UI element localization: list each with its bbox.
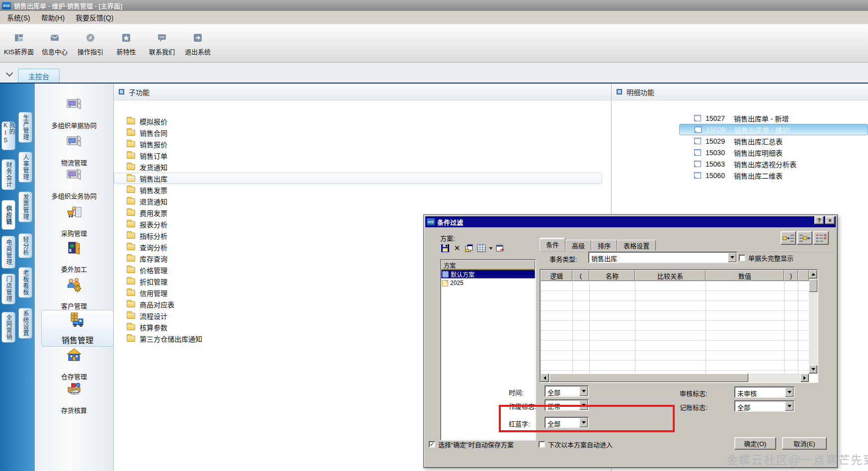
nav-tab-finance[interactable]: 财务会计 (1, 159, 15, 190)
scroll-thumb[interactable] (809, 279, 817, 292)
guide-button[interactable]: 操作指引 (73, 29, 108, 60)
nav-tab-ecommerce[interactable]: 电商管理 (1, 236, 15, 269)
auto-save-checkbox[interactable]: ✓ 选择“确定”时自动保存方案 (429, 440, 514, 449)
import-scheme-icon[interactable] (464, 243, 474, 253)
chevron-down-icon[interactable] (4, 70, 16, 80)
delete-scheme-icon[interactable]: ✕ (453, 244, 462, 253)
col-name[interactable]: 名称 (589, 270, 635, 281)
col-open-paren[interactable]: ( (572, 270, 589, 281)
col-close-paren[interactable]: ) (784, 270, 798, 281)
post-flag-select[interactable]: 全部 (734, 400, 794, 412)
detail-item[interactable]: 15060销售出库二维表 (679, 170, 868, 181)
module-purchase[interactable]: 采购管理 (35, 204, 113, 238)
audit-flag-select[interactable]: 未审核 (734, 386, 794, 398)
scroll-right-icon[interactable] (800, 374, 809, 382)
cancel-button[interactable]: 取消(E) (782, 437, 827, 450)
vertical-scrollbar[interactable] (809, 270, 817, 374)
module-customer[interactable]: 客户管理 (35, 277, 113, 310)
checkbox-checked[interactable]: ✓ (429, 441, 435, 448)
inventory-icon (66, 381, 82, 400)
chevron-down-icon[interactable] (785, 387, 793, 397)
share-scheme-icon[interactable] (495, 243, 505, 253)
condition-list-icon[interactable] (813, 231, 829, 245)
transaction-type-select[interactable]: 销售出库 (588, 252, 737, 263)
scroll-down-icon[interactable] (809, 365, 817, 374)
nav-tab-hr[interactable]: 人事管理 (18, 152, 32, 183)
nav-tab-system-settings[interactable]: 系统设置 (18, 308, 32, 339)
checkbox-unchecked[interactable] (739, 255, 745, 261)
nav-tab-analytics[interactable]: 轻分析 (18, 233, 32, 258)
menu-system[interactable]: 系统(S) (3, 11, 37, 23)
nav-tab-production[interactable]: 生产管理 (18, 112, 32, 143)
chevron-down-icon[interactable] (579, 386, 588, 396)
nav-tab-omni-marketing[interactable]: 全网营销 (1, 312, 15, 343)
auto-enter-checkbox[interactable]: 下次以本方案自动进入 (539, 440, 613, 449)
folder-icon (127, 267, 135, 273)
list-item[interactable]: 销售合同 (114, 127, 611, 138)
tab-table-settings[interactable]: 表格设置 (617, 240, 656, 251)
col-value[interactable]: 数值 (706, 270, 784, 281)
header-display-checkbox[interactable]: 单据头完整显示 (739, 253, 793, 263)
scheme-item-selected[interactable]: 默认方案 (441, 270, 535, 279)
detail-item[interactable]: 15027销售出库单 - 新增 (679, 112, 868, 124)
remove-condition-icon[interactable] (797, 231, 812, 245)
list-item[interactable]: 销售订单 (114, 150, 611, 161)
nav-tab-boss-board[interactable]: 老板看板 (18, 267, 32, 298)
scroll-up-icon[interactable] (809, 270, 817, 279)
tab-advanced[interactable]: 高级 (565, 240, 591, 251)
view-caret-icon[interactable] (489, 247, 493, 252)
list-item[interactable]: 销售发票 (114, 184, 611, 195)
detail-item[interactable]: 15029销售出库汇总表 (679, 135, 868, 147)
grid-body[interactable] (541, 281, 809, 374)
tab-sort[interactable]: 排序 (591, 240, 617, 251)
col-logic[interactable]: 逻辑 (541, 270, 572, 281)
nav-tab-my-kis[interactable]: 我的KIS (1, 121, 15, 150)
module-sales[interactable]: 销售管理 (41, 310, 114, 347)
module-inventory[interactable]: 存货核算 (35, 381, 113, 415)
menu-feedback[interactable]: 我要反馈(Q) (72, 11, 120, 23)
module-logistics[interactable]: 物流管理 (35, 133, 113, 167)
help-button[interactable]: ? (814, 216, 824, 224)
list-item[interactable]: 销售报价 (114, 138, 611, 150)
chevron-down-icon[interactable] (785, 401, 793, 411)
new-features-button[interactable]: 新特性 (108, 29, 144, 60)
menu-help[interactable]: 帮助(H) (37, 11, 72, 23)
guide-icon (85, 32, 96, 43)
scheme-item[interactable]: 2025 (441, 279, 535, 287)
list-item[interactable]: 发货通知 (114, 161, 611, 173)
module-warehouse[interactable]: 仓存管理 (35, 347, 113, 381)
list-item-selected[interactable]: 销售出库 (114, 173, 602, 184)
time-select[interactable]: 全部 (545, 385, 589, 397)
detail-item[interactable]: 15063销售出库透视分析表 (679, 158, 868, 170)
detail-item[interactable]: 15030销售出库明细表 (679, 147, 868, 158)
scroll-left-icon[interactable] (541, 374, 549, 382)
scroll-thumb[interactable] (550, 374, 748, 382)
save-scheme-icon[interactable] (440, 243, 450, 253)
folder-icon (127, 290, 135, 296)
module-outsourcing[interactable]: 委外加工 (35, 240, 113, 274)
list-item[interactable]: 退货通知 (114, 195, 611, 207)
detail-item-selected[interactable]: 15028销售出库单 - 维护 (679, 124, 868, 135)
dialog-titlebar[interactable]: KIS 条件过滤 (425, 216, 836, 227)
nav-tab-invoice[interactable]: 发票管理 (18, 191, 32, 222)
tab-condition[interactable]: 条件 (540, 238, 565, 251)
message-center-button[interactable]: 信息中心 (37, 29, 73, 60)
ok-button[interactable]: 确定(O) (734, 437, 776, 450)
checkbox-unchecked[interactable] (539, 441, 545, 448)
nav-tab-store[interactable]: 门店管理 (1, 274, 15, 304)
horizontal-scrollbar[interactable] (541, 374, 809, 382)
contact-us-button[interactable]: 联系我们 (144, 29, 180, 60)
insert-condition-icon[interactable] (781, 231, 796, 245)
nav-tab-supply-chain[interactable]: 供应链 (1, 200, 15, 230)
tab-console[interactable]: 主控台 (18, 69, 60, 83)
exit-system-button[interactable]: 退出系统 (180, 29, 216, 60)
list-item[interactable]: 模拟报价 (114, 115, 611, 127)
module-multi-org-biz[interactable]: 多组织业务协同 (35, 167, 113, 200)
scheme-toolbar: ✕ (440, 243, 505, 253)
module-multi-org-doc[interactable]: 多组织单据协同 (35, 96, 113, 130)
kis-new-ui-button[interactable]: KIS新界面 (1, 29, 37, 60)
close-icon[interactable]: × (825, 216, 835, 224)
scheme-view-icon[interactable] (476, 243, 486, 253)
col-relation[interactable]: 比较关系 (635, 270, 706, 281)
chevron-down-icon[interactable] (728, 253, 736, 262)
